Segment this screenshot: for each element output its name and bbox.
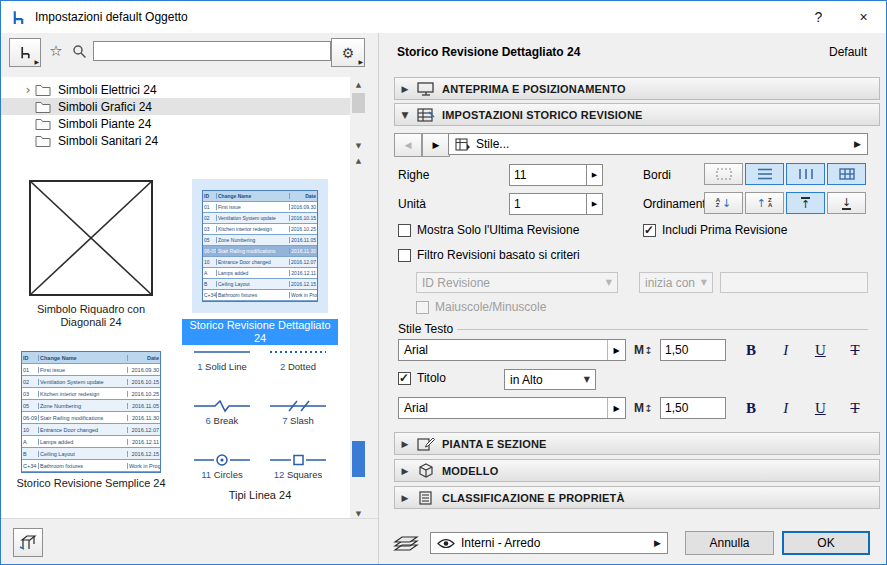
borders-button-group (704, 163, 866, 185)
model-cube-icon (417, 463, 435, 478)
revision-row: 01First issue2016.09.30 (203, 202, 317, 213)
grid-scrollbar[interactable]: ▲ ▼ (350, 153, 367, 521)
filter-value-field (720, 272, 868, 293)
rows-input[interactable] (509, 164, 587, 186)
body-font-input[interactable] (399, 343, 607, 357)
combo-arrow-icon: ▼ (584, 375, 590, 384)
layer-selector[interactable]: Interni - Arredo ▶ (430, 532, 668, 554)
filter-field-value: ID Revisione (422, 276, 490, 290)
revision-row: 05Zone Numbering2016.11.05 (22, 400, 160, 412)
tree-item-simboli-grafici[interactable]: Simboli Grafici 24 (1, 98, 350, 115)
filter-operator-value: inizia con (645, 276, 695, 290)
simple-revision-preview: IDChange NameDate01First issue2016.09.30… (18, 353, 164, 471)
border-grid-button[interactable] (827, 163, 866, 185)
object-item-storico-dettagliato[interactable]: IDChange NameDate01First issue2016.09.30… (179, 179, 341, 345)
arrow-to-top-icon: ↑ (801, 197, 810, 210)
section-impostazioni-storico[interactable]: ▼ IMPOSTAZIONI STORICO REVISIONE (394, 103, 880, 126)
border-vertical-button[interactable] (786, 163, 825, 185)
body-font-combo[interactable]: ▶ (398, 339, 626, 361)
search-button[interactable] (69, 40, 89, 62)
title-position-select[interactable]: in Alto ▼ (504, 369, 596, 390)
font-flyout-button[interactable]: ▶ (607, 340, 625, 360)
close-button[interactable]: × (841, 1, 886, 33)
include-first-label: Includi Prima Revisione (662, 223, 787, 237)
library-bottom-toolbar (1, 518, 378, 564)
search-input[interactable] (93, 41, 331, 61)
tree-item-simboli-elettrici[interactable]: › Simboli Elettrici 24 (1, 81, 350, 98)
properties-list-icon (417, 491, 435, 505)
units-input[interactable] (509, 193, 587, 215)
flyout-arrow-icon: ▶ (358, 59, 363, 65)
expand-chevron-icon[interactable]: › (21, 83, 35, 97)
border-none-button[interactable] (704, 163, 743, 185)
sort-descending-button[interactable]: ↑ ZA (745, 192, 784, 214)
tree-scrollbar[interactable]: ▲ ▼ (350, 77, 367, 153)
previous-style-button[interactable]: ◀ (394, 133, 422, 157)
style-selector-field[interactable]: Stile... ▶ (448, 133, 868, 155)
filter-criteria-checkbox[interactable] (398, 249, 411, 262)
include-first-checkbox[interactable] (643, 224, 656, 237)
group-divider-line (457, 329, 868, 330)
bold-button[interactable]: B (739, 339, 763, 361)
arrow-to-bottom-icon: ↓ (842, 197, 851, 210)
scrollbar-thumb[interactable] (352, 441, 365, 477)
revision-row: BCeiling Layout2016.12.15 (22, 448, 160, 460)
body-size-input[interactable] (660, 339, 726, 361)
italic-button[interactable]: I (774, 339, 798, 361)
underline-button[interactable]: U (808, 397, 832, 419)
ok-button[interactable]: OK (782, 531, 870, 555)
object-grid: Simbolo Riquadro con Diagonali 24 IDChan… (1, 153, 350, 521)
section-pianta-sezione[interactable]: ▶ PIANTA E SEZIONE (394, 432, 880, 455)
sort-newest-bottom-button[interactable]: ↓ (827, 192, 866, 214)
title-font-input[interactable] (399, 401, 607, 415)
revision-row: 05Zone Numbering2016.11.05 (203, 235, 317, 246)
style-table-icon (455, 138, 470, 151)
section-classificazione-proprieta[interactable]: ▶ CLASSIFICAZIONE E PROPRIETÀ (394, 486, 880, 509)
section-label: ANTEPRIMA E POSIZIONAMENTO (442, 83, 626, 95)
revision-header-row: IDChange NameDate (203, 191, 317, 202)
italic-button[interactable]: I (774, 397, 798, 419)
scrollbar-thumb[interactable] (352, 93, 365, 113)
object-browser-mode-button[interactable]: ▶ (9, 38, 41, 67)
object-item-riquadro-diagonali[interactable]: Simbolo Riquadro con Diagonali 24 (11, 179, 171, 329)
strikethrough-button[interactable]: T (843, 397, 867, 419)
revision-table-icon (417, 108, 435, 122)
units-stepper-button[interactable]: ▶ (587, 193, 603, 215)
combo-arrow-icon: ▼ (701, 278, 707, 287)
section-anteprima-posizionamento[interactable]: ▶ ANTEPRIMA E POSIZIONAMENTO (394, 77, 880, 100)
favorites-star-button[interactable]: ☆ (45, 40, 67, 62)
next-style-button[interactable]: ▶ (422, 133, 450, 157)
title-checkbox[interactable] (398, 372, 411, 385)
scroll-down-button[interactable]: ▼ (350, 138, 367, 153)
tree-item-simboli-sanitari[interactable]: Simboli Sanitari 24 (1, 132, 350, 149)
cancel-button[interactable]: Annulla (685, 531, 774, 555)
strikethrough-button[interactable]: T (843, 339, 867, 361)
sort-ascending-button[interactable]: AZ ↓ (704, 192, 743, 214)
font-flyout-button[interactable]: ▶ (607, 398, 625, 418)
title-font-combo[interactable]: ▶ (398, 397, 626, 419)
line-type-name: Dotted (288, 361, 316, 372)
title-label: Titolo (417, 371, 446, 385)
border-horizontal-button[interactable] (745, 163, 784, 185)
borders-label: Bordi (643, 168, 671, 182)
rows-stepper-button[interactable]: ▶ (587, 164, 603, 186)
tree-item-simboli-piante[interactable]: Simboli Piante 24 (1, 115, 350, 132)
object-default-settings-dialog: Impostazioni default Oggetto ? × ▶ ☆ ⚙ ▶ (0, 0, 887, 565)
scroll-up-button[interactable]: ▲ (350, 153, 367, 168)
settings-gear-button[interactable]: ⚙ ▶ (331, 38, 365, 67)
sort-letter: Z (716, 203, 720, 208)
bold-button[interactable]: B (739, 397, 763, 419)
show-last-only-checkbox[interactable] (398, 224, 411, 237)
library-view-toggle-button[interactable] (13, 528, 43, 557)
underline-button[interactable]: U (808, 339, 832, 361)
sort-newest-top-button[interactable]: ↑ (786, 192, 825, 214)
section-label: MODELLO (442, 465, 498, 477)
title-size-input[interactable] (660, 397, 726, 419)
section-modello[interactable]: ▶ MODELLO (394, 459, 880, 482)
help-button[interactable]: ? (796, 1, 841, 33)
down-arrow-icon: ↓ (722, 198, 731, 209)
object-item-storico-semplice[interactable]: IDChange NameDate01First issue2016.09.30… (7, 353, 175, 490)
line-type-name: Solid Line (205, 361, 247, 372)
object-item-tipi-linea[interactable]: 1 Solid Line 2 Dotted 6 Break 7 Slash 11… (179, 333, 341, 503)
scroll-up-button[interactable]: ▲ (350, 77, 367, 92)
